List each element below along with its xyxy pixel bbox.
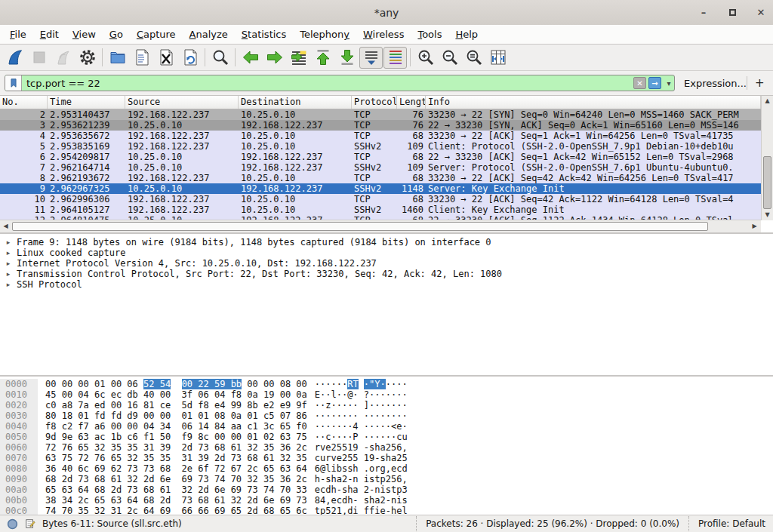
minimize-icon[interactable]: – bbox=[698, 7, 710, 19]
hex-row-00b0[interactable]: 00b038 34 2c 65 63 64 68 2d 73 68 61 32 … bbox=[0, 495, 773, 506]
scroll-right-icon[interactable]: ▶ bbox=[749, 221, 760, 232]
hex-bytes[interactable]: 00 00 00 01 00 06 52 54 00 22 59 bb 00 0… bbox=[45, 379, 307, 389]
go-forward-button[interactable] bbox=[263, 47, 286, 69]
menu-wireless[interactable]: Wireless bbox=[356, 26, 411, 42]
hex-ascii[interactable]: rve25519 -sha256, bbox=[315, 442, 408, 453]
reload-file-button[interactable] bbox=[178, 47, 202, 69]
hex-row-0070[interactable]: 007063 75 72 76 65 32 35 35 31 39 2d 73 … bbox=[0, 453, 773, 463]
add-filter-button[interactable]: + bbox=[747, 76, 765, 90]
column-header-dst[interactable]: Destination bbox=[239, 96, 352, 109]
status-profile[interactable]: Profile: Default bbox=[688, 516, 773, 531]
hex-bytes[interactable]: 65 63 64 68 2d 73 68 61 32 2d 6e 69 73 7… bbox=[45, 484, 307, 495]
hex-bytes[interactable]: 74 70 35 32 31 2c 64 69 66 66 69 65 2d 6… bbox=[45, 506, 307, 515]
hex-bytes[interactable]: 63 75 72 76 65 32 35 35 31 39 2d 73 68 6… bbox=[45, 453, 307, 463]
hex-ascii[interactable]: tp521,di ffie-hel bbox=[315, 506, 408, 515]
zoom-original-button[interactable] bbox=[462, 47, 485, 69]
hex-row-00a0[interactable]: 00a065 63 64 68 2d 73 68 61 32 2d 6e 69 … bbox=[0, 484, 773, 495]
filter-bookmark-button[interactable] bbox=[5, 75, 22, 91]
hex-ascii[interactable]: 6@libssh .org,ecd bbox=[315, 463, 408, 474]
hex-ascii[interactable]: ··z····· ]······· bbox=[315, 400, 408, 411]
resize-columns-button[interactable] bbox=[486, 47, 510, 69]
column-header-src[interactable]: Source bbox=[125, 96, 239, 109]
packet-row-3[interactable]: 32.95362123910.25.0.10192.168.122.237TCP… bbox=[0, 120, 761, 131]
packet-row-4[interactable]: 42.953635672192.168.122.23710.25.0.10TCP… bbox=[0, 131, 761, 141]
hex-ascii[interactable]: ecdh-sha 2-nistp3 bbox=[315, 484, 408, 495]
hex-row-0000[interactable]: 000000 00 00 01 00 06 52 54 00 22 59 bb … bbox=[0, 379, 773, 389]
packet-row-6[interactable]: 62.95420981710.25.0.10192.168.122.237TCP… bbox=[0, 152, 761, 162]
horizontal-scrollbar-thumb[interactable] bbox=[12, 222, 708, 231]
open-file-button[interactable] bbox=[106, 47, 129, 69]
hex-bytes[interactable]: f8 c2 f7 a6 00 00 04 34 06 14 84 aa c1 3… bbox=[45, 421, 307, 432]
hex-ascii[interactable]: ··c····P ······cu bbox=[315, 432, 408, 442]
hex-bytes[interactable]: 36 40 6c 69 62 73 73 68 2e 6f 72 67 2c 6… bbox=[45, 463, 307, 474]
packet-row-8[interactable]: 82.962193672192.168.122.23710.25.0.10TCP… bbox=[0, 173, 761, 183]
go-back-button[interactable] bbox=[239, 47, 262, 69]
detail-row-2[interactable]: ▸Internet Protocol Version 4, Src: 10.25… bbox=[0, 258, 773, 269]
expression-button[interactable]: Expression... bbox=[684, 78, 747, 89]
hex-ascii[interactable]: h-sha2-n istp256, bbox=[315, 474, 408, 484]
menu-statistics[interactable]: Statistics bbox=[235, 26, 293, 42]
go-first-button[interactable] bbox=[311, 47, 334, 69]
hex-row-0050[interactable]: 00509d 9e 63 ac 1b c6 f1 50 f9 8c 00 00 … bbox=[0, 432, 773, 442]
column-header-no[interactable]: No. bbox=[0, 96, 48, 109]
display-filter-input[interactable] bbox=[22, 78, 633, 89]
hex-ascii[interactable]: ·······4 ·····<e· bbox=[315, 421, 408, 432]
detail-row-1[interactable]: ▸Linux cooked capture bbox=[0, 248, 773, 258]
column-header-proto[interactable]: Protocol bbox=[352, 96, 397, 109]
zoom-in-button[interactable] bbox=[414, 47, 437, 69]
hex-ascii[interactable]: curve255 19-sha25 bbox=[315, 453, 408, 463]
expert-info-icon[interactable] bbox=[7, 518, 18, 530]
filter-dropdown-caret[interactable]: ▾ bbox=[664, 79, 674, 88]
scroll-left-icon[interactable]: ◀ bbox=[0, 221, 11, 232]
menu-view[interactable]: View bbox=[66, 26, 103, 42]
auto-scroll-button[interactable] bbox=[359, 47, 383, 69]
expand-arrow-icon[interactable]: ▸ bbox=[0, 248, 17, 258]
close-file-button[interactable] bbox=[154, 47, 177, 69]
menu-analyze[interactable]: Analyze bbox=[183, 26, 235, 42]
hex-bytes[interactable]: 72 76 65 32 35 35 31 39 2d 73 68 61 32 3… bbox=[45, 442, 307, 453]
column-header-info[interactable]: Info bbox=[426, 96, 761, 109]
go-last-button[interactable] bbox=[335, 47, 359, 69]
capture-comment-icon[interactable] bbox=[25, 518, 35, 529]
menu-go[interactable]: Go bbox=[103, 26, 130, 42]
horizontal-scrollbar[interactable]: ◀ ▶ bbox=[0, 220, 761, 232]
hex-bytes[interactable]: 68 2d 73 68 61 32 2d 6e 69 73 74 70 32 3… bbox=[45, 474, 307, 484]
hex-ascii[interactable]: ········ ········ bbox=[315, 411, 408, 421]
zoom-out-button[interactable] bbox=[438, 47, 461, 69]
filter-apply-button[interactable]: → bbox=[648, 77, 661, 89]
detail-row-4[interactable]: ▸SSH Protocol bbox=[0, 279, 773, 290]
close-icon[interactable]: ✕ bbox=[755, 7, 767, 19]
start-capture-button[interactable] bbox=[3, 47, 26, 69]
save-file-button[interactable] bbox=[130, 47, 153, 69]
hex-ascii[interactable]: 84,ecdh- sha2-nis bbox=[315, 495, 408, 506]
packet-row-9[interactable]: 92.96296732510.25.0.10192.168.122.237SSH… bbox=[0, 183, 761, 194]
hex-ascii[interactable]: E··l··@· ?······· bbox=[315, 389, 408, 400]
menu-capture[interactable]: Capture bbox=[130, 26, 183, 42]
packet-row-11[interactable]: 112.964105127192.168.122.23710.25.0.10SS… bbox=[0, 204, 761, 215]
hex-bytes[interactable]: c0 a8 7a ed 00 16 81 ce 5d f8 e4 99 8b e… bbox=[45, 400, 307, 411]
detail-row-0[interactable]: ▸Frame 9: 1148 bytes on wire (9184 bits)… bbox=[0, 237, 773, 248]
menu-help[interactable]: Help bbox=[448, 26, 485, 42]
hex-row-0020[interactable]: 0020c0 a8 7a ed 00 16 81 ce 5d f8 e4 99 … bbox=[0, 400, 773, 411]
vertical-scrollbar-thumb[interactable] bbox=[763, 156, 771, 209]
hex-bytes[interactable]: 9d 9e 63 ac 1b c6 f1 50 f9 8c 00 00 01 0… bbox=[45, 432, 307, 442]
hex-row-0040[interactable]: 0040f8 c2 f7 a6 00 00 04 34 06 14 84 aa … bbox=[0, 421, 773, 432]
go-to-packet-button[interactable] bbox=[287, 47, 310, 69]
scroll-down-icon[interactable]: ▼ bbox=[762, 210, 773, 220]
hex-row-00c0[interactable]: 00c074 70 35 32 31 2c 64 69 66 66 69 65 … bbox=[0, 506, 773, 515]
hex-bytes[interactable]: 38 34 2c 65 63 64 68 2d 73 68 61 32 2d 6… bbox=[45, 495, 307, 506]
menu-edit[interactable]: Edit bbox=[33, 26, 66, 42]
column-header-len[interactable]: Length bbox=[397, 96, 426, 109]
detail-row-3[interactable]: ▸Transmission Control Protocol, Src Port… bbox=[0, 269, 773, 279]
hex-bytes[interactable]: 45 00 04 6c ec db 40 00 3f 06 04 f8 0a 1… bbox=[45, 389, 307, 400]
find-packet-button[interactable] bbox=[208, 47, 232, 69]
expand-arrow-icon[interactable]: ▸ bbox=[0, 237, 17, 248]
hex-bytes[interactable]: 80 18 01 fd fd d9 00 00 01 01 08 0a 01 c… bbox=[45, 411, 307, 421]
expand-arrow-icon[interactable]: ▸ bbox=[0, 269, 17, 279]
hex-row-0080[interactable]: 008036 40 6c 69 62 73 73 68 2e 6f 72 67 … bbox=[0, 463, 773, 474]
expand-arrow-icon[interactable]: ▸ bbox=[0, 279, 17, 290]
hex-row-0060[interactable]: 006072 76 65 32 35 35 31 39 2d 73 68 61 … bbox=[0, 442, 773, 453]
hex-row-0010[interactable]: 001045 00 04 6c ec db 40 00 3f 06 04 f8 … bbox=[0, 389, 773, 400]
hex-ascii[interactable]: ······RT ·"Y····· bbox=[315, 379, 408, 389]
packet-row-2[interactable]: 22.953140437192.168.122.23710.25.0.10TCP… bbox=[0, 109, 761, 120]
